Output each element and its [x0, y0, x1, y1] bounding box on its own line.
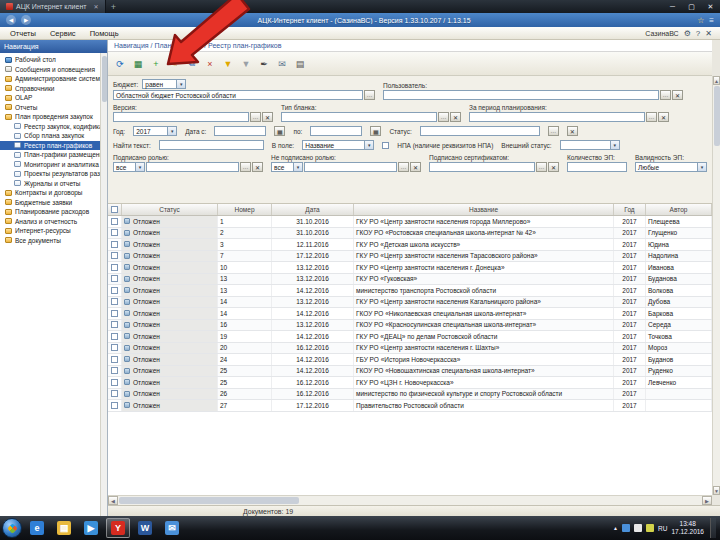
ГКОУ РО «Ростовская специальная школа-интернат № 42»[interactable]: Отложен 2 31.10.2016 ГКОУ РО «Ростовская… [108, 228, 712, 240]
ГКУ РО «Гуковская»[interactable]: Отложен 13 13.12.2016 ГКУ РО «Гуковская»… [108, 274, 712, 286]
tree-item[interactable]: Отчеты [0, 103, 107, 113]
period-clear-button[interactable]: ✕ [658, 112, 669, 122]
Правительство Ростовской области[interactable]: Отложен 27 17.12.2016 Правительство Рост… [108, 400, 712, 412]
exit-icon[interactable]: ✕ [705, 29, 712, 38]
ГБУ РО «История Новочеркасска»[interactable]: Отложен 24 14.12.2016 ГБУ РО «История Но… [108, 354, 712, 366]
ext-status-select[interactable]: ▾ [560, 140, 620, 150]
ГКУ РО «Центр занятости населения г. Донецка»[interactable]: Отложен 10 13.12.2016 ГКУ РО «Центр заня… [108, 262, 712, 274]
ГКУ РО «Детская школа искусств»[interactable]: Отложен 3 12.11.2016 ГКУ РО «Детская шко… [108, 239, 712, 251]
search-input[interactable] [159, 140, 264, 150]
horizontal-scrollbar[interactable]: ◀ ▶ [108, 495, 712, 505]
window-close-button[interactable]: ✕ [701, 0, 720, 13]
signed-cert-picker-button[interactable]: … [536, 162, 547, 172]
taskbar-word[interactable]: W [133, 518, 157, 538]
help-icon[interactable]: ? [696, 29, 700, 38]
tray-clock[interactable]: 13:48 17.12.2016 [671, 520, 704, 536]
signed-role-op-select[interactable]: все▾ [113, 162, 145, 172]
tray-expand-icon[interactable]: ▲ [613, 525, 618, 531]
favorites-star-icon[interactable]: ☆ [697, 16, 704, 25]
ГКОУ РО «Николаевская специальная школа-интернат»[interactable]: Отложен 14 14.12.2016 ГКОУ РО «Николаевс… [108, 308, 712, 320]
show-desktop-button[interactable] [710, 518, 716, 538]
window-maximize-button[interactable]: ▢ [682, 0, 701, 13]
taskbar-mail[interactable]: ✉ [160, 518, 184, 538]
new-tab-button[interactable]: + [106, 0, 122, 13]
tree-item[interactable]: Бюджетные заявки [0, 198, 107, 208]
tree-item[interactable]: Рабочий стол [0, 55, 107, 65]
period-picker-button[interactable]: … [646, 112, 657, 122]
date-from-calendar-icon[interactable]: ▦ [274, 126, 285, 136]
refresh-icon[interactable]: ⟳ [112, 56, 128, 72]
col-year[interactable]: Год [614, 204, 646, 215]
ep-valid-select[interactable]: Любые▾ [635, 162, 707, 172]
tree-item[interactable]: Журналы и отчеты [0, 179, 107, 189]
forward-icon[interactable]: ▶ [21, 15, 31, 25]
status-clear-button[interactable]: ✕ [567, 126, 578, 136]
tray-language[interactable]: RU [658, 525, 667, 532]
taskbar-explorer[interactable]: ▤ [52, 518, 76, 538]
edit-icon[interactable]: ✎ [166, 56, 182, 72]
sign-icon[interactable]: ✒ [256, 56, 272, 72]
menu-item[interactable]: Помощь [84, 29, 125, 38]
browser-tab[interactable]: АЦК Интернет клиент ✕ [0, 0, 106, 13]
in-field-select[interactable]: Название▾ [302, 140, 374, 150]
blank-type-clear-button[interactable]: ✕ [450, 112, 461, 122]
budget-op-select[interactable]: равен▾ [142, 79, 186, 89]
browser-menu-icon[interactable]: ≡ [709, 16, 714, 25]
tray-volume-icon[interactable] [634, 524, 642, 532]
ГКУ РО «ДЕАЦ» по делам Ростовской области[interactable]: Отложен 19 14.12.2016 ГКУ РО «ДЕАЦ» по д… [108, 331, 712, 343]
tree-item[interactable]: Проекты результатов развития [0, 169, 107, 179]
signed-role-input[interactable] [146, 162, 239, 172]
tray-network-icon[interactable] [622, 524, 630, 532]
tab-close-icon[interactable]: ✕ [93, 3, 98, 10]
window-minimize-button[interactable]: ─ [663, 0, 682, 13]
tree-item[interactable]: Сбор плана закупок [0, 131, 107, 141]
status-input[interactable] [420, 126, 540, 136]
ГКУ РО «Центр занятости населения Кагальницкого района»[interactable]: Отложен 14 13.12.2016 ГКУ РО «Центр заня… [108, 297, 712, 309]
ГКУ РО «Центр занятости населения Тарасовского района»[interactable]: Отложен 7 17.12.2016 ГКУ РО «Центр занят… [108, 251, 712, 263]
tree-item[interactable]: Анализ и отчетность [0, 217, 107, 227]
version-clear-button[interactable]: ✕ [262, 112, 273, 122]
date-to-calendar-icon[interactable]: ▦ [370, 126, 381, 136]
col-author[interactable]: Автор [646, 204, 712, 215]
col-date[interactable]: Дата [272, 204, 354, 215]
tree-item[interactable]: План-графики размещения [0, 150, 107, 160]
period-input[interactable] [469, 112, 645, 122]
menu-item[interactable]: Сервис [44, 29, 82, 38]
signed-role-clear-button[interactable]: ✕ [252, 162, 263, 172]
col-num[interactable]: Номер [218, 204, 272, 215]
user-picker-button[interactable]: … [660, 90, 671, 100]
signed-role-picker-button[interactable]: … [240, 162, 251, 172]
year-select[interactable]: 2017▾ [133, 126, 177, 136]
tree-item[interactable]: Контракты и договоры [0, 188, 107, 198]
taskbar-media[interactable]: ▶ [79, 518, 103, 538]
blank-type-picker-button[interactable]: … [438, 112, 449, 122]
tree-item[interactable]: Справочники [0, 84, 107, 94]
version-picker-button[interactable]: … [250, 112, 261, 122]
date-to-input[interactable] [310, 126, 362, 136]
version-input[interactable] [113, 112, 249, 122]
menu-item[interactable]: Отчеты [4, 29, 42, 38]
taskbar-browser[interactable]: Y [106, 518, 130, 538]
tree-item[interactable]: Планирование расходов [0, 207, 107, 217]
copy-icon[interactable]: ⧉ [184, 56, 200, 72]
министерство по физической культуре и спорту Ростовской области[interactable]: Отложен 26 16.12.2016 министерство по фи… [108, 389, 712, 401]
министерство транспорта Ростовской области[interactable]: Отложен 13 14.12.2016 министерство транс… [108, 285, 712, 297]
ГКУ РО «Центр занятости населения г. Шахты»[interactable]: Отложен 20 16.12.2016 ГКУ РО «Центр заня… [108, 343, 712, 355]
budget-input[interactable]: Областной бюджет Ростовской области [113, 90, 363, 100]
export-excel-icon[interactable]: ▦ [130, 56, 146, 72]
blank-type-input[interactable] [281, 112, 437, 122]
back-icon[interactable]: ◀ [6, 15, 16, 25]
ep-count-input[interactable] [567, 162, 627, 172]
budget-picker-button[interactable]: … [364, 90, 375, 100]
status-picker-button[interactable]: … [548, 126, 559, 136]
new-icon[interactable]: + [148, 56, 164, 72]
clear-filter-icon[interactable]: ▼ [238, 56, 254, 72]
not-signed-role-op-select[interactable]: все▾ [271, 162, 303, 172]
vertical-scrollbar[interactable]: ▲ ▼ [712, 76, 720, 495]
ГКОУ РО «Красносулинская специальная школа-интернат»[interactable]: Отложен 16 13.12.2016 ГКОУ РО «Красносул… [108, 320, 712, 332]
tree-item[interactable]: Реестр план-графиков [0, 141, 107, 151]
tree-item[interactable]: Интернет-ресурсы [0, 226, 107, 236]
print-icon[interactable]: ▤ [292, 56, 308, 72]
col-status[interactable]: Статус [122, 204, 218, 215]
ГКУ РО «ЦЗН г. Новочеркасска»[interactable]: Отложен 25 16.12.2016 ГКУ РО «ЦЗН г. Нов… [108, 377, 712, 389]
